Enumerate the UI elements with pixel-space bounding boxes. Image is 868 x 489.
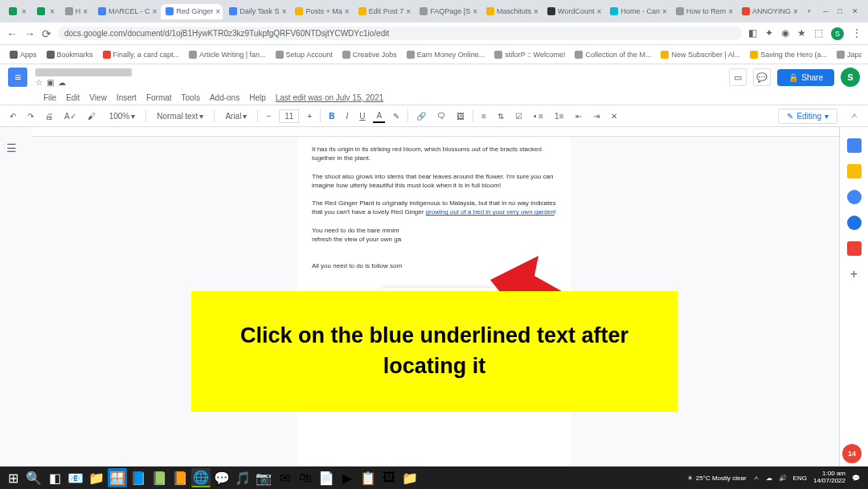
decrease-indent-button[interactable]: ⇤ [572,110,585,122]
bookmark-item[interactable]: Article Writing | fan... [186,49,269,60]
notifications-button[interactable]: 💬 [852,475,860,482]
menu-item[interactable]: Add-ons [210,93,240,102]
extension-icon[interactable]: ✦ [765,27,773,40]
image-button[interactable]: 🖼 [453,110,468,122]
decrease-font-button[interactable]: − [263,110,274,122]
font-size-input[interactable]: 11 [279,109,299,123]
forward-button[interactable]: → [24,27,35,40]
italic-button[interactable]: I [342,110,351,122]
close-icon[interactable]: ✕ [852,7,858,15]
paragraph[interactable]: The shoot also grows into stems that bea… [312,172,556,190]
ruler[interactable] [32,127,868,137]
paragraph[interactable]: It has its origin in its striking red bl… [312,145,556,162]
taskbar-app[interactable]: 📁 [400,468,420,487]
task-view-button[interactable]: ◧ [45,468,64,487]
start-button[interactable]: ⊞ [3,468,23,487]
bookmark-item[interactable]: Finally, a card capt... [100,49,182,60]
profile-icon[interactable]: S [831,27,844,40]
cloud-icon[interactable]: ☁ [58,78,66,86]
collapse-button[interactable]: ㅅ [847,109,862,123]
browser-tab[interactable]: Maschituts× [481,4,541,19]
zoom-select[interactable]: 100% ▾ [104,109,141,123]
menu-item[interactable]: Edit [66,93,80,102]
bookmark-item[interactable]: Earn Money Online... [403,49,489,60]
weather-widget[interactable]: ☀ 25°C Mostly clear [687,475,747,482]
taskbar-app[interactable]: 🎵 [233,468,252,487]
tasks-icon[interactable] [847,190,862,204]
clock[interactable]: 1:00 am 14/07/2022 [813,471,845,485]
lang-indicator[interactable]: ENG [793,475,807,482]
tray-icon[interactable]: ㅅ [753,474,760,483]
taskbar-app[interactable]: 📁 [87,468,106,487]
browser-tab[interactable]: H× [60,4,92,19]
taskbar-app[interactable]: ▶ [338,468,357,487]
highlight-button[interactable]: ✎ [390,110,403,122]
taskbar-app[interactable]: 🌐 [191,468,211,487]
menu-item[interactable]: Format [146,93,172,102]
taskbar-app[interactable]: 📄 [317,468,336,487]
star-icon[interactable]: ☆ [35,78,43,86]
print-button[interactable]: 🖨 [42,110,56,122]
bold-button[interactable]: B [326,110,338,122]
meet-icon[interactable]: ▭ [729,68,747,86]
taskbar-app[interactable]: 📗 [149,468,169,487]
tray-icon[interactable]: ☁ [766,475,772,482]
style-select[interactable]: Normal text ▾ [151,109,209,123]
document-title[interactable] [35,68,132,76]
browser-tab[interactable]: Red Ginger× [161,4,223,19]
notification-badge[interactable]: 14 [842,444,862,463]
link-button[interactable]: 🔗 [413,110,429,122]
comment-icon[interactable]: 💬 [753,68,771,86]
browser-tab[interactable]: Edit Post 7× [354,4,414,19]
keep-icon[interactable] [847,164,862,179]
comment-button[interactable]: 🗨 [434,110,448,122]
maximize-icon[interactable]: □ [838,7,842,15]
url-input[interactable]: docs.google.com/document/d/1ojB1HywKTR0z… [58,27,742,40]
menu-item[interactable]: File [43,93,56,102]
add-icon[interactable]: + [850,267,858,281]
paint-format-button[interactable]: 🖌 [84,110,99,122]
bookmark-item[interactable]: Bookmarks [43,49,96,60]
browser-tab[interactable]: WordCount× [542,4,604,19]
new-tab-button[interactable]: + [802,4,816,18]
taskbar-app[interactable]: 📙 [170,468,190,487]
menu-item[interactable]: Help [249,93,266,102]
browser-tab[interactable]: Daily Task S× [224,4,289,19]
browser-tab[interactable]: Home - Can× [605,4,669,19]
menu-item[interactable]: Insert [117,93,137,102]
menu-item[interactable]: View [89,93,107,102]
menu-icon[interactable]: ⋮ [852,27,862,40]
bookmark-item[interactable]: Setup Account [272,49,336,60]
search-button[interactable]: 🔍 [24,468,43,487]
share-button[interactable]: 🔒 Share [777,69,834,86]
taskbar-app[interactable]: 📷 [254,468,273,487]
align-left-button[interactable]: ≡ [478,110,489,122]
extension-icon[interactable]: ★ [797,27,806,40]
text-color-button[interactable]: A [373,109,385,123]
bullet-list-button[interactable]: • ≡ [530,110,547,122]
redo-button[interactable]: ↷ [24,110,37,122]
outline-icon[interactable]: ☰ [6,142,21,156]
taskbar-app[interactable]: 🪟 [108,468,127,487]
bookmark-item[interactable]: New Subscriber | Al... [657,49,743,60]
underline-button[interactable]: U [356,110,368,122]
browser-tab[interactable]: MARCEL - C× [93,4,159,19]
paragraph[interactable]: The Red Ginger Plant is originally indig… [312,199,556,216]
bookmark-item[interactable]: Japanese fairy tales [833,49,862,60]
back-button[interactable]: ← [6,27,18,40]
contacts-icon[interactable] [847,216,862,230]
taskbar-app[interactable]: 🛍 [296,468,315,487]
increase-indent-button[interactable]: ⇥ [590,110,603,122]
avatar[interactable]: S [841,68,860,87]
taskbar-app[interactable]: 🖼 [379,468,399,487]
mode-select[interactable]: ✎ Editing ▾ [778,109,837,124]
taskbar-app[interactable]: 📘 [129,468,148,487]
number-list-button[interactable]: 1≡ [551,110,567,122]
tray-icon[interactable]: 🔊 [779,475,787,482]
browser-tab[interactable]: × [32,4,59,19]
line-spacing-button[interactable]: ⇅ [494,110,507,122]
undo-button[interactable]: ↶ [6,110,19,122]
bookmark-item[interactable]: stiforP :: Welcome! [491,49,568,60]
spellcheck-button[interactable]: A✓ [61,110,80,122]
taskbar-app[interactable]: 📋 [358,468,378,487]
